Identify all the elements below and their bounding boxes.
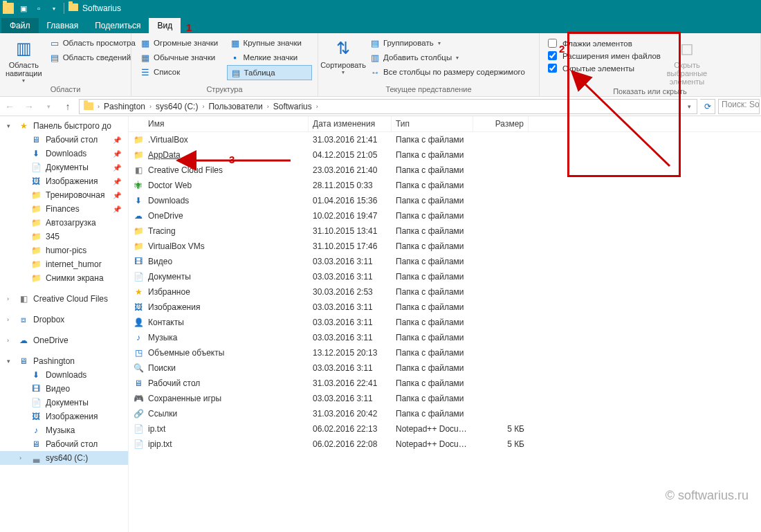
breadcrumb[interactable]: › Pashington› sys640 (C:)› Пользователи›… (79, 99, 697, 114)
file-row[interactable]: 🎮Сохраненные игры03.03.2016 3:11Папка с … (129, 391, 761, 406)
search-box[interactable]: Поиск: Soft (718, 99, 760, 114)
col-name[interactable]: Имя (129, 116, 309, 131)
docs-icon: 📄 (30, 162, 42, 173)
pics-icon: 🖼 (30, 176, 42, 187)
nav-item[interactable]: 📁345 (0, 230, 128, 244)
folder-icon: 📁 (30, 203, 42, 214)
group-by-button[interactable]: ▤Группировать▾ (367, 36, 528, 50)
sort-button[interactable]: ⇅ Сортировать ▾ (324, 36, 363, 75)
file-ext-toggle[interactable]: Расширения имен файлов (545, 50, 663, 62)
file-row[interactable]: ◧Creative Cloud Files23.03.2016 21:40Пап… (129, 163, 761, 178)
col-size[interactable]: Размер (473, 116, 529, 131)
item-checkboxes-checkbox[interactable] (548, 39, 557, 48)
nav-item[interactable]: ›⧈Dropbox (0, 313, 128, 327)
breadcrumb-dropdown[interactable]: ▾ (683, 98, 695, 115)
details-pane-button[interactable]: ▤Область сведений (46, 51, 138, 64)
layout-details[interactable]: ▤Таблица (227, 65, 313, 80)
file-row[interactable]: 🎞Видео03.03.2016 3:11Папка с файлами (129, 254, 761, 269)
nav-item[interactable]: 📁internet_humor (0, 257, 128, 271)
recent-button[interactable]: ▾ (40, 98, 57, 115)
hidden-items-toggle[interactable]: Скрытые элементы (545, 62, 663, 74)
nav-item[interactable]: ▾★Панель быстрого до (0, 119, 128, 133)
forward-button[interactable]: → (21, 98, 37, 115)
breadcrumb-4[interactable]: Softwarius (271, 102, 315, 111)
nav-item[interactable]: 📁Тренировочная📌 (0, 188, 128, 202)
file-list-header[interactable]: Имя Дата изменения Тип Размер (129, 116, 761, 132)
qat-dropdown-icon[interactable]: ▾ (48, 3, 59, 14)
nav-item[interactable]: 🖼Изображения (0, 410, 128, 423)
navigation-tree[interactable]: ▾★Панель быстрого до🖥Рабочий стол📌⬇Downl… (0, 116, 129, 532)
nav-item[interactable]: 📄Документы (0, 396, 128, 410)
tab-file[interactable]: Файл (1, 18, 39, 33)
qat-properties-icon[interactable]: ▣ (18, 3, 29, 14)
back-button[interactable]: ← (1, 98, 18, 115)
file-row[interactable]: 📁AppData04.12.2015 21:05Папка с файлами (129, 147, 761, 163)
breadcrumb-1[interactable]: Pashington (101, 102, 148, 111)
layout-s-icons[interactable]: ▪Мелкие значки (227, 51, 313, 64)
nav-item[interactable]: ♪Музыка (0, 423, 128, 437)
col-type[interactable]: Тип (392, 116, 473, 131)
docs-icon: 📄 (30, 397, 42, 408)
file-row[interactable]: ◳Объемные объекты13.12.2015 20:13Папка с… (129, 345, 761, 360)
folder-icon: 📁 (30, 273, 42, 284)
file-row[interactable]: 📁Tracing31.10.2015 13:41Папка с файлами (129, 223, 761, 239)
file-row[interactable]: 📄ipip.txt06.02.2016 22:08Notepad++ Docu…… (129, 437, 761, 452)
nav-item[interactable]: 🎞Видео (0, 382, 128, 396)
sort-icon: ⇅ (332, 37, 354, 59)
nav-item[interactable]: 🖥Рабочий стол📌 (0, 133, 128, 147)
file-row[interactable]: ♪Музыка03.03.2016 3:11Папка с файлами (129, 330, 761, 345)
file-row[interactable]: 📁VirtualBox VMs31.10.2015 17:46Папка с ф… (129, 239, 761, 254)
nav-item[interactable]: 📁Finances📌 (0, 202, 128, 216)
nav-item[interactable]: 📁humor-pics (0, 244, 128, 257)
item-checkboxes-toggle[interactable]: Флажки элементов (545, 37, 663, 49)
refresh-button[interactable]: ⟳ (700, 99, 715, 114)
nav-item[interactable]: ›◧Creative Cloud Files (0, 292, 128, 306)
nav-item[interactable]: ▾🖥Pashington (0, 354, 128, 368)
ribbon: ▥ Область навигации ▾ ▭Область просмотра… (0, 33, 761, 97)
file-row[interactable]: ⬇Downloads01.04.2016 15:36Папка с файлам… (129, 193, 761, 208)
col-date[interactable]: Дата изменения (309, 116, 392, 131)
file-row[interactable]: ★Избранное30.03.2016 2:53Папка с файлами (129, 284, 761, 300)
file-row[interactable]: 🖥Рабочий стол31.03.2016 22:41Папка с фай… (129, 376, 761, 391)
nav-item[interactable]: ›☁OneDrive (0, 333, 128, 347)
file-ext-checkbox[interactable] (548, 51, 557, 60)
file-row[interactable]: 🕷Doctor Web28.11.2015 0:33Папка с файлам… (129, 178, 761, 193)
tab-home[interactable]: Главная (39, 18, 87, 33)
nav-item[interactable]: ›▃sys640 (C:) (0, 451, 128, 465)
tab-view[interactable]: Вид (149, 18, 181, 33)
breadcrumb-2[interactable]: sys640 (C:) (153, 102, 201, 111)
file-row[interactable]: 🔍Поиски03.03.2016 3:11Папка с файлами (129, 360, 761, 376)
preview-pane-button[interactable]: ▭Область просмотра (46, 36, 138, 50)
layout-xl-icons[interactable]: ▦Огромные значки (137, 36, 223, 50)
layout-m-icons[interactable]: ▦Обычные значки (137, 51, 223, 64)
hidden-items-checkbox[interactable] (548, 64, 557, 73)
file-row[interactable]: 📄Документы03.03.2016 3:11Папка с файлами (129, 269, 761, 284)
file-row[interactable]: 🔗Ссылки31.03.2016 20:42Папка с файлами (129, 406, 761, 421)
nav-item[interactable]: 🖼Изображения📌 (0, 174, 128, 188)
up-button[interactable]: ↑ (59, 98, 76, 115)
add-columns-button[interactable]: ▥Добавить столбцы▾ (367, 51, 528, 64)
autosize-columns-button[interactable]: ↔Все столбцы по размеру содержимого (367, 65, 528, 79)
file-row[interactable]: 👤Контакты03.03.2016 3:11Папка с файлами (129, 315, 761, 330)
layout-l-icons[interactable]: ▦Крупные значки (227, 36, 313, 50)
qat-newfolder-icon[interactable]: ▫ (33, 3, 44, 14)
file-row[interactable]: 📁.VirtualBox31.03.2016 21:41Папка с файл… (129, 132, 761, 147)
nav-item[interactable]: ⬇Downloads (0, 368, 128, 382)
file-row[interactable]: ☁OneDrive10.02.2016 19:47Папка с файлами (129, 208, 761, 223)
nav-item[interactable]: 🖥Рабочий стол (0, 437, 128, 451)
layout-list[interactable]: ☰Список (137, 65, 223, 79)
breadcrumb-3[interactable]: Пользователи (205, 102, 265, 111)
breadcrumb-root-icon[interactable] (81, 102, 96, 110)
nav-item[interactable]: 📁Снимки экрана (0, 271, 128, 285)
nav-item[interactable]: 📄Документы📌 (0, 160, 128, 174)
file-row[interactable]: 📄ip.txt06.02.2016 22:13Notepad++ Docu…5 … (129, 421, 761, 437)
group-panes-label: Области (6, 84, 125, 95)
tab-share[interactable]: Поделиться (86, 18, 149, 33)
qat-explorer-icon[interactable] (3, 3, 14, 14)
nav-item[interactable]: 📁Автозагрузка (0, 216, 128, 230)
nav-item[interactable]: ⬇Downloads📌 (0, 147, 128, 160)
folder-icon: 📁 (30, 231, 42, 242)
navigation-pane-button[interactable]: ▥ Область навигации ▾ (6, 36, 42, 84)
file-row[interactable]: 🖼Изображения03.03.2016 3:11Папка с файла… (129, 300, 761, 315)
file-list[interactable]: Имя Дата изменения Тип Размер 📁.VirtualB… (129, 116, 761, 532)
